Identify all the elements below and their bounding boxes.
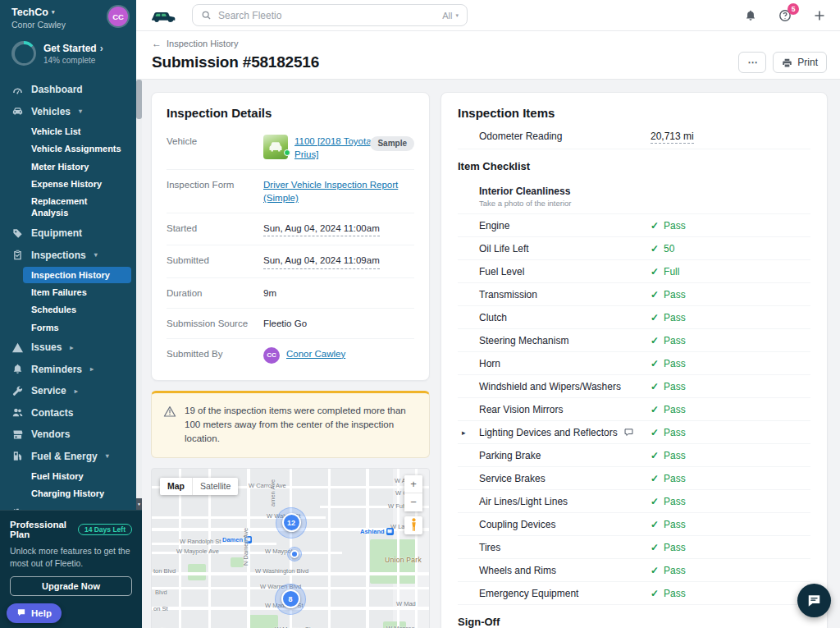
sidebar-item-reminders[interactable]: Reminders▸	[0, 358, 136, 380]
dashboard-icon	[11, 84, 24, 96]
checklist-item-transmission: Transmission✓Pass	[458, 283, 810, 306]
scrollbar-thumb[interactable]	[136, 80, 142, 119]
checklist-item-photo: Interior Cleanliness Take a photo of the…	[458, 180, 810, 214]
sidebar-item-contacts[interactable]: Contacts	[0, 401, 136, 424]
add-plus-icon[interactable]	[812, 8, 827, 23]
caret-down-icon: ▾	[79, 108, 82, 115]
checklist-item-result: ✓Pass	[651, 358, 810, 369]
sidebar-item-label: Vendors	[31, 429, 70, 440]
sidebar-item-dashboard[interactable]: Dashboard	[0, 79, 136, 101]
more-actions-button[interactable]: ⋯	[738, 52, 766, 73]
service-icon	[11, 385, 24, 397]
map-marker[interactable]	[287, 547, 302, 562]
sidebar-subitem-item-failures[interactable]: Item Failures	[23, 284, 131, 300]
sidebar-subitem-fuel-history[interactable]: Fuel History	[23, 468, 131, 484]
help-icon[interactable]: 5	[778, 8, 792, 23]
checklist-item-lighting-devices-and-reflectors[interactable]: ▸Lighting Devices and Reflectors✓Pass	[458, 421, 810, 444]
sidebar-subitem-replacement-analysis[interactable]: Replacement Analysis	[23, 193, 131, 222]
search-input[interactable]	[218, 10, 436, 21]
result-text: Pass	[664, 358, 686, 369]
sidebar-subitem-label: Meter History	[31, 162, 89, 172]
sidebar-subitem-vehicle-assignments[interactable]: Vehicle Assignments	[23, 140, 131, 157]
satellite-view-button[interactable]: Satellite	[192, 478, 238, 495]
fleetio-logo[interactable]	[149, 6, 179, 25]
sidebar-item-service[interactable]: Service▸	[0, 380, 136, 402]
result-text: Pass	[664, 542, 686, 553]
sample-badge: Sample	[370, 136, 414, 151]
pegman-icon[interactable]	[404, 516, 422, 534]
comment-icon[interactable]	[623, 427, 634, 438]
help-launcher-button[interactable]: Help	[7, 603, 62, 623]
trial-days-badge: 14 Days Left	[78, 524, 132, 535]
map-street-label: amen Ave	[269, 479, 276, 506]
org-switcher[interactable]: TechCo▾ Conor Cawley CC	[0, 0, 136, 34]
sidebar-subitem-vehicle-list[interactable]: Vehicle List	[23, 123, 131, 140]
search-scope-select[interactable]: All▾	[442, 11, 459, 21]
vehicle-thumbnail[interactable]	[263, 135, 288, 159]
checklist-item-result: ✓Pass	[651, 496, 810, 507]
checklist-item-label: Emergency Equipment	[479, 588, 578, 599]
checklist-item-tires: Tires✓Pass	[458, 536, 810, 559]
sidebar-item-vehicles[interactable]: Vehicles▾	[0, 101, 136, 123]
checklist-item-windshield-and-wipers-washers: Windshield and Wipers/Washers✓Pass	[458, 375, 810, 398]
vehicle-link[interactable]: 1100 [2018 Toyota Prius]	[294, 135, 383, 161]
sidebar-item-vendors[interactable]: Vendors	[0, 424, 136, 446]
print-button[interactable]: Print	[773, 52, 827, 73]
result-text: Pass	[664, 519, 686, 530]
org-name: TechCo▾	[11, 7, 66, 18]
map-marker[interactable]: 12	[276, 507, 307, 539]
sidebar-item-parts[interactable]: Parts	[0, 503, 136, 510]
sidebar-item-issues[interactable]: Issues▸	[0, 337, 136, 359]
sidebar-subitem-meter-history[interactable]: Meter History	[23, 158, 131, 175]
check-icon: ✓	[651, 473, 659, 484]
check-icon: ✓	[651, 565, 659, 576]
org-user: Conor Cawley	[11, 20, 66, 30]
checklist-item-result: ✓Pass	[651, 381, 810, 392]
topbar: All▾ 5	[136, 0, 840, 31]
printer-icon	[782, 57, 792, 68]
upgrade-now-button[interactable]: Upgrade Now	[10, 576, 132, 596]
scrollbar-track[interactable]: ▼	[136, 80, 142, 510]
sidebar-subitem-label: Forms	[31, 323, 59, 332]
detail-value: Sun, Aug 04, 2024 11:00am	[263, 222, 414, 236]
sidebar-item-label: Inspections	[31, 250, 86, 261]
detail-row-duration: Duration9m	[167, 278, 414, 309]
issues-icon	[11, 342, 24, 354]
warning-text: 19 of the inspection items were complete…	[185, 404, 418, 447]
map-view-button[interactable]: Map	[160, 478, 192, 495]
checklist-item-rear-vision-mirrors: Rear Vision Mirrors✓Pass	[458, 398, 810, 421]
zoom-in-button[interactable]: +	[404, 475, 422, 493]
scrollbar-down-arrow-icon[interactable]: ▼	[136, 498, 142, 510]
avatar[interactable]: CC	[108, 7, 128, 26]
checklist-item-emergency-equipment: Emergency Equipment✓Pass	[458, 582, 810, 605]
map[interactable]: W ArboW Carroll AveW CarroW Walnut StW F…	[151, 468, 430, 628]
inspection-form-link[interactable]: Driver Vehicle Inspection Report (Simple…	[263, 178, 414, 204]
map-street-label: N Damen Ave	[242, 527, 249, 565]
checklist-item-fuel-level: Fuel Level✓Full	[458, 260, 810, 283]
get-started-widget[interactable]: Get Started› 14% complete	[0, 34, 136, 76]
chat-launcher-button[interactable]	[797, 584, 831, 617]
notifications-bell-icon[interactable]	[743, 8, 758, 23]
sidebar-subitem-schedules[interactable]: Schedules	[23, 301, 131, 318]
zoom-out-button[interactable]: −	[404, 493, 422, 511]
checklist-item-parking-brake: Parking Brake✓Pass	[458, 444, 810, 467]
odometer-row: Odometer Reading 20,713 mi	[458, 123, 810, 149]
sidebar-subitem-charging-history[interactable]: Charging History	[23, 485, 131, 502]
sidebar-subitem-expense-history[interactable]: Expense History	[23, 176, 131, 192]
submitted-by-link[interactable]: Conor Cawley	[286, 347, 345, 360]
sidebar-item-equipment[interactable]: Equipment	[0, 222, 136, 245]
sidebar-item-fuel-energy[interactable]: Fuel & Energy▾	[0, 445, 136, 467]
map-label-text: W Randolph St	[180, 538, 221, 545]
checklist-item-label: Interior Cleanliness	[479, 186, 570, 197]
expand-caret-icon[interactable]: ▸	[462, 429, 466, 437]
check-icon: ✓	[651, 220, 659, 231]
detail-label: Inspection Form	[167, 178, 263, 204]
caret-down-icon: ▾	[106, 452, 109, 460]
checklist-item-result: ✓Pass	[651, 289, 810, 300]
breadcrumb[interactable]: ← Inspection History	[152, 38, 238, 49]
map-marker[interactable]: 8	[275, 584, 306, 615]
sidebar-subitem-inspection-history[interactable]: Inspection History	[23, 267, 131, 283]
sidebar-item-inspections[interactable]: Inspections▾	[0, 244, 136, 266]
result-text: Pass	[664, 404, 686, 415]
sidebar-subitem-forms[interactable]: Forms	[23, 319, 131, 336]
